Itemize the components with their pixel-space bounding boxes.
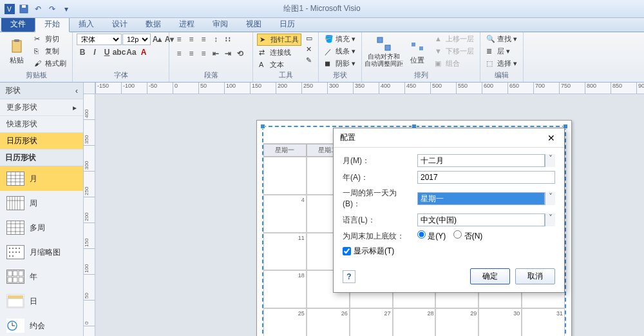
month-select[interactable]	[417, 154, 545, 167]
shape-month[interactable]: 月	[0, 166, 83, 191]
auto-align-button[interactable]: 自动对齐和 自动调整间距	[366, 34, 402, 70]
shadow-button[interactable]: ◼阴影 ▾	[323, 58, 357, 69]
align-left-icon[interactable]: ≡	[173, 48, 185, 59]
bold-button[interactable]: B	[77, 46, 88, 58]
position-button[interactable]: 位置	[404, 34, 430, 70]
copy-button[interactable]: ⎘复制	[32, 46, 68, 57]
svg-point-37	[12, 255, 14, 257]
x-tool-icon[interactable]: ✕	[304, 44, 314, 54]
rectangle-tool-icon[interactable]: ▭	[304, 34, 314, 43]
quick-shapes[interactable]: 快速形状	[0, 116, 83, 133]
tab-calendar[interactable]: 日历	[270, 17, 304, 32]
svg-rect-4	[12, 41, 21, 52]
strikethrough-button[interactable]: abc	[113, 46, 125, 58]
firstday-select[interactable]	[417, 192, 545, 205]
year-input[interactable]	[417, 171, 555, 184]
undo-icon[interactable]: ↶	[32, 3, 44, 15]
font-family-select[interactable]: 宋体	[77, 34, 122, 45]
resize-handle-nw[interactable]	[260, 124, 265, 129]
cancel-button[interactable]: 取消	[515, 268, 555, 284]
fill-button[interactable]: 🪣填充 ▾	[323, 34, 357, 44]
orientation-icon[interactable]: ↕	[210, 34, 222, 45]
font-color-button[interactable]: A	[138, 46, 149, 58]
case-button[interactable]: Aa	[126, 46, 137, 58]
pointer-tool-button[interactable]: ➤指针工具	[257, 34, 301, 46]
radio-yes[interactable]: 是(Y)	[417, 230, 446, 242]
radio-no[interactable]: 否(N)	[453, 230, 482, 242]
ok-button[interactable]: 确定	[470, 268, 510, 284]
tab-review[interactable]: 审阅	[204, 17, 237, 32]
shape-year[interactable]: 年	[0, 264, 83, 289]
calendar-shapes-cat[interactable]: 日历形状	[0, 133, 83, 150]
weekend-label: 为周末加上底纹：	[343, 231, 413, 242]
increase-font-icon[interactable]: A▴	[151, 34, 163, 45]
firstday-dropdown-icon[interactable]: ˅	[545, 192, 555, 205]
tab-design[interactable]: 设计	[103, 17, 137, 32]
shape-day[interactable]: 日	[0, 289, 83, 313]
show-title-checkbox[interactable]	[343, 247, 351, 255]
italic-button[interactable]: I	[89, 46, 100, 58]
format-painter-button[interactable]: 🖌格式刷	[32, 58, 68, 69]
save-icon[interactable]	[18, 3, 30, 15]
month-dropdown-icon[interactable]: ˅	[545, 154, 555, 167]
svg-point-33	[12, 252, 14, 253]
section-title: 日历形状	[0, 150, 83, 166]
cut-button[interactable]: ✂剪切	[32, 34, 68, 44]
align-center-icon[interactable]: ≡	[185, 48, 197, 59]
week-thumb-icon	[6, 196, 24, 210]
connector-button[interactable]: ⇄连接线	[257, 47, 301, 58]
lang-dropdown-icon[interactable]: ˅	[545, 213, 555, 226]
shape-week[interactable]: 周	[0, 191, 83, 215]
redo-icon[interactable]: ↷	[46, 3, 58, 15]
close-icon[interactable]: ✕	[545, 133, 558, 143]
more-shapes[interactable]: 更多形状▸	[0, 99, 83, 116]
shapes-header[interactable]: 形状‹	[0, 83, 83, 99]
cal-header: 星期一	[263, 144, 307, 157]
lang-select[interactable]	[417, 213, 545, 226]
layer-button[interactable]: ≣层 ▾	[484, 46, 519, 57]
paste-button[interactable]: 粘贴	[4, 34, 30, 70]
underline-button[interactable]: U	[101, 46, 113, 58]
shape-multiweek[interactable]: 多周	[0, 215, 83, 240]
tab-view[interactable]: 视图	[237, 17, 270, 32]
group-paragraph: ≡ ≡ ≡ ↕ ∷ ≡ ≡ ≡ ⇤ ⇥ ⟲ 段落	[169, 32, 253, 82]
window-title: 绘图1 - Microsoft Visio	[283, 3, 360, 14]
indent-dec-icon[interactable]: ⇤	[210, 48, 222, 59]
line-button[interactable]: ／线条 ▾	[323, 46, 357, 57]
tab-insert[interactable]: 插入	[70, 17, 103, 32]
svg-rect-44	[8, 295, 23, 299]
align-right-icon[interactable]: ≡	[198, 48, 209, 59]
group-edit: 🔍查找 ▾ ≣层 ▾ ⬚选择 ▾ 编辑	[480, 32, 524, 82]
tab-file[interactable]: 文件	[1, 17, 35, 32]
align-bottom-icon[interactable]: ≡	[198, 34, 209, 45]
tab-process[interactable]: 进程	[170, 17, 204, 32]
send-backward-button: ▼下移一层	[433, 46, 476, 57]
day-thumb-icon	[6, 294, 24, 308]
ribbon: 粘贴 ✂剪切 ⎘复制 🖌格式刷 剪贴板 宋体 12pt A▴ A▾ B I U …	[0, 32, 644, 83]
align-top-icon[interactable]: ≡	[173, 34, 185, 45]
font-size-select[interactable]: 12pt	[122, 34, 151, 45]
tab-home[interactable]: 开始	[35, 16, 70, 32]
tools-label: 工具	[257, 70, 314, 81]
tab-data[interactable]: 数据	[137, 17, 170, 32]
cal-cell: 28	[393, 308, 436, 336]
pencil-tool-icon[interactable]: ✎	[304, 55, 314, 65]
text-tool-button[interactable]: A文本	[257, 59, 301, 70]
multiweek-thumb-icon	[6, 221, 24, 235]
shape-appointment[interactable]: 约会	[0, 313, 83, 336]
indent-inc-icon[interactable]: ⇥	[222, 48, 234, 59]
collapse-icon[interactable]: ‹	[75, 86, 78, 95]
align-middle-icon[interactable]: ≡	[185, 34, 197, 45]
find-button[interactable]: 🔍查找 ▾	[484, 34, 519, 44]
visio-icon[interactable]: V	[4, 3, 15, 15]
edit-label: 编辑	[484, 70, 519, 81]
dialog-titlebar[interactable]: 配置 ✕	[334, 128, 564, 148]
qat-dropdown-icon[interactable]: ▾	[61, 3, 72, 15]
bullets-icon[interactable]: ∷	[222, 34, 234, 45]
help-icon[interactable]: ?	[343, 270, 355, 283]
cal-cell	[263, 157, 307, 195]
shape-month-thumb[interactable]: 月缩略图	[0, 240, 83, 264]
config-dialog: 配置 ✕ 月(M)： ˅ 年(A)： 一周的第一天为(B)： ˅ 语言(L)： …	[333, 128, 565, 293]
select-button[interactable]: ⬚选择 ▾	[484, 58, 519, 69]
rotate-text-icon[interactable]: ⟲	[234, 48, 246, 59]
